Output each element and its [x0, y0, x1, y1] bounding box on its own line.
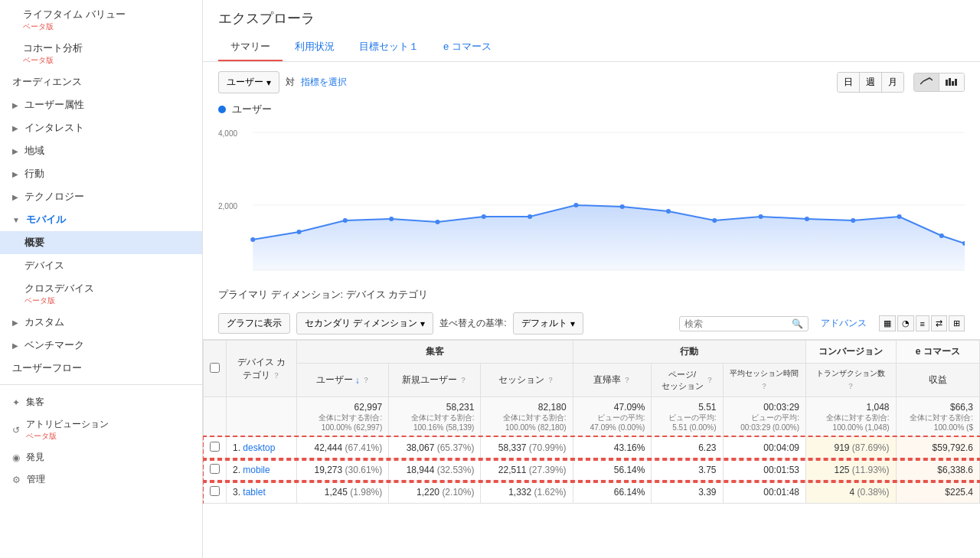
search-input[interactable] [684, 318, 792, 329]
row3-transactions: 4 (0.38%) [805, 481, 896, 504]
sidebar-label: オーディエンス [12, 76, 82, 87]
sidebar-item-user-flow[interactable]: ユーザーフロー [0, 357, 202, 380]
sidebar-item-behavior[interactable]: ▶ 行動 [0, 162, 202, 185]
row3-device: 3. tablet [227, 481, 297, 504]
row3-bounce: 66.14% [573, 481, 652, 504]
beta-badge: ベータ版 [24, 295, 190, 306]
period-month-btn[interactable]: 月 [882, 73, 903, 92]
row1-revenue: $59,792.6 [896, 437, 979, 459]
total-pages: 5.51 ビューの平均: 5.51 (0.00%) [652, 397, 723, 437]
ecommerce-header: e コマース [896, 341, 979, 364]
tab-usage[interactable]: 利用状況 [283, 34, 347, 61]
users-help-icon[interactable]: ？ [362, 375, 370, 386]
bar-chart-btn[interactable] [939, 73, 964, 91]
tab-bar: サマリー 利用状況 目標セット１ e コマース [218, 34, 965, 61]
controls-row: ユーザー ▾ 対 指標を選択 日 週 月 [203, 62, 980, 103]
tab-summary[interactable]: サマリー [218, 34, 283, 61]
chart-legend: ユーザー [218, 103, 965, 116]
sidebar-item-benchmark[interactable]: ▶ ベンチマーク [0, 334, 202, 357]
period-week-btn[interactable]: 週 [860, 73, 882, 92]
sidebar-item-mobile[interactable]: ▼ モバイル [0, 208, 202, 231]
sidebar-item-interest[interactable]: ▶ インタレスト [0, 116, 202, 139]
sidebar-item-cohort[interactable]: コホート分析 ベータ版 [0, 37, 202, 70]
select-metric-link[interactable]: 指標を選択 [301, 76, 347, 89]
total-users: 62,997 全体に対する割合: 100.00% (62,997) [297, 397, 389, 437]
advance-btn[interactable]: アドバンス [815, 317, 873, 330]
lightbulb-icon: ◉ [12, 452, 20, 463]
pages-help-icon[interactable]: ？ [706, 375, 714, 386]
duration-help-icon[interactable]: ？ [760, 381, 768, 392]
expand-icon: ▶ [12, 318, 18, 327]
graph-display-btn[interactable]: グラフに表示 [218, 313, 290, 334]
svg-point-23 [851, 218, 855, 223]
dimension-dropdown[interactable]: ユーザー ▾ [218, 71, 279, 93]
secondary-dimension-label: セカンダリ ディメンション [305, 317, 417, 330]
pie-view-btn[interactable]: ◔ [897, 315, 914, 331]
secondary-dimension-dropdown[interactable]: セカンダリ ディメンション ▾ [296, 312, 433, 334]
sidebar-item-custom[interactable]: ▶ カスタム [0, 311, 202, 334]
select-all-checkbox[interactable] [204, 341, 227, 397]
sidebar-section-discover[interactable]: ◉ 発見 [0, 445, 202, 467]
sidebar-item-overview[interactable]: 概要 [0, 231, 202, 254]
new-users-help-icon[interactable]: ？ [459, 375, 467, 386]
bounce-help-icon[interactable]: ？ [623, 375, 631, 386]
sidebar-item-region[interactable]: ▶ 地域 [0, 139, 202, 162]
star-icon: ✦ [12, 397, 20, 408]
sort-dropdown[interactable]: デフォルト ▾ [513, 312, 583, 334]
row2-checkbox[interactable] [204, 459, 227, 481]
row2-device-link[interactable]: mobile [243, 465, 270, 475]
tab-ecommerce[interactable]: e コマース [431, 34, 504, 61]
sessions-col-header: セッション ？ [481, 364, 573, 397]
sidebar-item-devices[interactable]: デバイス [0, 254, 202, 277]
grid-view-btn[interactable]: ▦ [879, 315, 896, 331]
data-table: デバイス カテゴリ ？ 集客 行動 コンバージョン e コマース ユーザー ↓ … [203, 340, 980, 504]
row2-sessions: 22,511 (27.39%) [481, 459, 573, 481]
row1-sessions: 58,337 (70.99%) [481, 437, 573, 459]
row3-checkbox[interactable] [204, 481, 227, 504]
search-icon[interactable]: 🔍 [792, 318, 803, 329]
main-content: エクスプローラ サマリー 利用状況 目標セット１ e コマース ユーザー ▾ 対… [203, 0, 980, 558]
total-checkbox-cell [204, 397, 227, 437]
chart-type-buttons [913, 73, 965, 92]
line-chart-btn[interactable] [914, 73, 939, 91]
row2-duration: 00:01:53 [723, 459, 805, 481]
row3-device-link[interactable]: tablet [243, 487, 265, 498]
row2-bounce: 56.14% [573, 459, 652, 481]
tab-goal-set1[interactable]: 目標セット１ [347, 34, 431, 61]
sidebar-item-user-attr[interactable]: ▶ ユーザー属性 [0, 93, 202, 116]
svg-point-25 [939, 233, 944, 238]
period-day-btn[interactable]: 日 [838, 73, 860, 92]
chevron-down-icon: ▾ [420, 318, 425, 329]
conversion-header: コンバージョン [805, 341, 896, 364]
expand-icon: ▶ [12, 124, 18, 132]
sessions-help-icon[interactable]: ？ [547, 375, 554, 386]
sidebar-label: クロスデバイス [24, 282, 94, 294]
row1-users: 42,444 (67.41%) [297, 437, 389, 459]
sidebar-label: コホート分析 [23, 42, 83, 54]
vs-label: 対 [286, 76, 295, 89]
list-view-btn[interactable]: ≡ [916, 315, 929, 331]
sidebar-item-technology[interactable]: ▶ テクノロジー [0, 185, 202, 208]
sidebar-section-admin[interactable]: ⚙ 管理 [0, 467, 202, 489]
help-icon[interactable]: ？ [273, 371, 280, 380]
total-transactions: 1,048 全体に対する割合: 100.00% (1,048) [805, 397, 896, 437]
sidebar-label: 地域 [24, 145, 44, 156]
row3-pages: 3.39 [652, 481, 723, 504]
sidebar-section-acquisition[interactable]: ✦ 集客 [0, 390, 202, 412]
sidebar-label: ライフタイム バリュー [23, 8, 126, 20]
table-controls: グラフに表示 セカンダリ ディメンション ▾ 並べ替えの基準: デフォルト ▾ … [203, 308, 980, 340]
chevron-down-icon: ▾ [570, 318, 575, 329]
sidebar-section-attribution[interactable]: ↺ アトリビューション ベータ版 [0, 412, 202, 445]
compare-view-btn[interactable]: ⇄ [931, 315, 947, 331]
total-bounce-rate: 47.09% ビューの平均: 47.09% (0.00%) [573, 397, 652, 437]
row1-checkbox[interactable] [204, 437, 227, 459]
sidebar-item-audience[interactable]: オーディエンス [0, 70, 202, 93]
sidebar-item-lifetime-value[interactable]: ライフタイム バリュー ベータ版 [0, 3, 202, 37]
transactions-help-icon[interactable]: ？ [847, 381, 854, 392]
behavior-header: 行動 [573, 341, 805, 364]
row1-device-link[interactable]: desktop [243, 442, 275, 453]
svg-marker-9 [253, 205, 965, 270]
section-label: 管理 [27, 473, 45, 486]
sidebar-item-cross-device[interactable]: クロスデバイス ベータ版 [0, 277, 202, 311]
pivot-view-btn[interactable]: ⊞ [949, 315, 965, 331]
